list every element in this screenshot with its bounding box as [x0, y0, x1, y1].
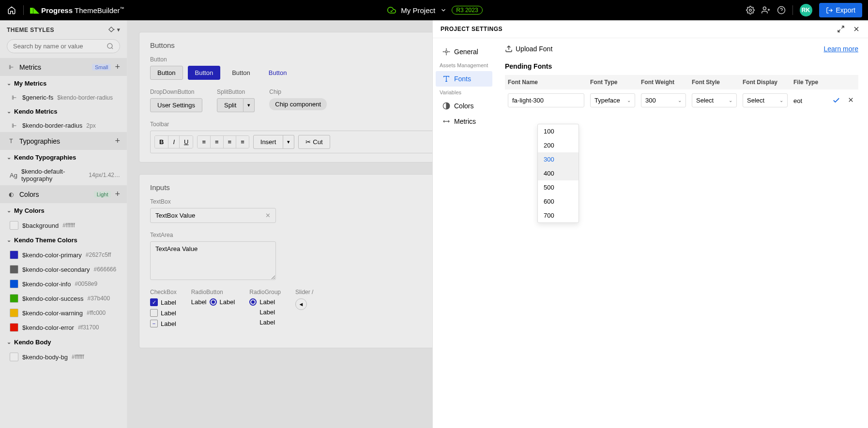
chip[interactable]: Chip component: [269, 98, 327, 110]
align-justify-button[interactable]: ≡: [236, 136, 249, 148]
split-button[interactable]: Split▾: [217, 98, 255, 112]
home-button[interactable]: [6, 4, 17, 16]
textarea-input[interactable]: TextArea Value: [150, 241, 276, 280]
svg-line-8: [111, 47, 113, 49]
dropdown-button[interactable]: User Settings: [150, 98, 202, 112]
add-color-button[interactable]: +: [115, 189, 120, 199]
file-type-text: eot: [793, 97, 802, 104]
add-typography-button[interactable]: +: [115, 136, 120, 146]
kendo-body-group[interactable]: ⌄Kendo Body: [0, 335, 127, 350]
colors-section[interactable]: ◐ Colors Light +: [0, 185, 127, 203]
paint-icon[interactable]: [108, 26, 115, 33]
var-color-primary[interactable]: $kendo-color-primary#2627c5ff: [0, 248, 127, 262]
bold-button[interactable]: B: [155, 136, 168, 148]
svg-point-1: [763, 7, 766, 10]
upload-font-button[interactable]: Upload Font: [505, 45, 552, 53]
weight-option[interactable]: 400: [538, 166, 579, 180]
var-body-bg[interactable]: $kendo-body-bg#ffffff: [0, 350, 127, 364]
slider-decrease[interactable]: ◄: [295, 298, 307, 310]
weight-option[interactable]: 200: [538, 138, 579, 152]
underline-button[interactable]: U: [180, 136, 193, 148]
radiogroup-item[interactable]: Label: [249, 319, 281, 326]
my-colors-group[interactable]: ⌄My Colors: [0, 203, 127, 218]
logo: ▮◣ Progress ThemeBuilder™: [30, 6, 124, 15]
font-name-input[interactable]: [508, 93, 584, 107]
align-center-button[interactable]: ≡: [211, 136, 224, 148]
nav-metrics[interactable]: Metrics: [436, 114, 492, 129]
font-type-select[interactable]: Typeface⌄: [590, 93, 635, 107]
confirm-icon[interactable]: [832, 96, 840, 104]
typographies-section[interactable]: T Typographies +: [0, 132, 127, 150]
kendo-typographies-group[interactable]: ⌄Kendo Typographies: [0, 150, 127, 165]
svg-point-13: [445, 51, 447, 53]
button-link[interactable]: Button: [262, 66, 294, 79]
gear-icon[interactable]: [746, 6, 755, 15]
checkbox-unchecked[interactable]: Label: [150, 309, 177, 317]
font-weight-dropdown: 100 200 300 400 500 600 700: [537, 124, 579, 223]
weight-option[interactable]: 500: [538, 180, 579, 194]
button-primary[interactable]: Button: [188, 66, 221, 80]
pending-fonts-title: Pending Fonts: [505, 62, 858, 70]
learn-more-link[interactable]: Learn more: [823, 45, 858, 53]
cut-button[interactable]: ✂ Cut: [298, 135, 330, 149]
project-name[interactable]: My Project: [401, 6, 435, 15]
add-metric-button[interactable]: +: [115, 62, 120, 72]
clear-icon[interactable]: ✕: [265, 212, 271, 219]
nav-colors[interactable]: Colors: [436, 98, 492, 114]
expand-icon[interactable]: [837, 25, 845, 33]
project-settings-panel: PROJECT SETTINGS General Assets Manageme…: [432, 20, 868, 428]
button-flat[interactable]: Button: [225, 66, 257, 79]
kendo-theme-colors-group[interactable]: ⌄Kendo Theme Colors: [0, 233, 127, 248]
radio-off[interactable]: LabelLabel: [191, 298, 235, 306]
weight-option[interactable]: 300: [538, 152, 579, 166]
var-color-success[interactable]: $kendo-color-success#37b400: [0, 291, 127, 306]
weight-option[interactable]: 600: [538, 194, 579, 208]
fonts-table: Font Name Font Type Font Weight Font Sty…: [505, 75, 858, 111]
panel-nav: General Assets Management Fonts Variable…: [433, 38, 495, 428]
weight-option[interactable]: 700: [538, 208, 579, 222]
nav-assets-label: Assets Management: [433, 59, 495, 71]
export-button[interactable]: Export: [819, 3, 862, 17]
checkbox-checked[interactable]: ✓Label: [150, 298, 177, 306]
align-right-button[interactable]: ≡: [224, 136, 237, 148]
my-metrics-group[interactable]: ⌄My Metrics: [0, 76, 127, 91]
var-color-warning[interactable]: $kendo-color-warning#ffc000: [0, 306, 127, 320]
var-color-secondary[interactable]: $kendo-color-secondary#666666: [0, 262, 127, 277]
colors-badge: Light: [94, 191, 111, 198]
cancel-icon[interactable]: [847, 96, 854, 104]
nav-fonts[interactable]: Fonts: [436, 71, 492, 87]
version-badge[interactable]: R3 2023: [452, 6, 482, 15]
var-background[interactable]: $background#ffffff: [0, 218, 127, 233]
font-display-select[interactable]: Select⌄: [743, 93, 788, 107]
close-icon[interactable]: [853, 25, 860, 33]
var-generic-fs[interactable]: ⊩$generic-fs$kendo-border-radius: [0, 91, 127, 104]
metrics-section[interactable]: ⊩ Metrics Small +: [0, 58, 127, 76]
sidebar: THEME STYLES ▾ ⊩ Metrics Small + ⌄My Met…: [0, 20, 127, 428]
chevron-down-icon[interactable]: ▾: [117, 27, 121, 33]
nav-general[interactable]: General: [436, 44, 492, 59]
var-border-radius[interactable]: ⊩$kendo-border-radius2px: [0, 119, 127, 132]
topbar: ▮◣ Progress ThemeBuilder™ My Project R3 …: [0, 0, 868, 20]
font-style-select[interactable]: Select⌄: [692, 93, 737, 107]
align-left-button[interactable]: ≡: [198, 136, 211, 148]
var-color-error[interactable]: $kendo-color-error#f31700: [0, 320, 127, 335]
search-icon: [107, 43, 114, 50]
chevron-down-icon[interactable]: [440, 7, 447, 14]
var-default-typography[interactable]: Ag$kendo-default-typography14px/1.42…: [0, 165, 127, 185]
button-default[interactable]: Button: [150, 66, 183, 80]
help-icon[interactable]: [777, 6, 786, 15]
avatar[interactable]: RK: [800, 4, 812, 16]
var-color-info[interactable]: $kendo-color-info#0058e9: [0, 277, 127, 291]
svg-line-9: [841, 26, 844, 29]
weight-option[interactable]: 100: [538, 124, 579, 138]
textbox-input[interactable]: TextBox Value✕: [150, 208, 276, 223]
kendo-metrics-group[interactable]: ⌄Kendo Metrics: [0, 104, 127, 119]
add-user-icon[interactable]: [761, 6, 770, 15]
checkbox-indeterminate[interactable]: −Label: [150, 320, 177, 327]
insert-button[interactable]: Insert▾: [253, 135, 295, 149]
radiogroup-item[interactable]: Label: [249, 298, 281, 306]
italic-button[interactable]: I: [168, 136, 180, 148]
radiogroup-item[interactable]: Label: [249, 309, 281, 316]
font-weight-select[interactable]: 300⌄: [641, 93, 686, 107]
search-input[interactable]: [7, 39, 120, 53]
